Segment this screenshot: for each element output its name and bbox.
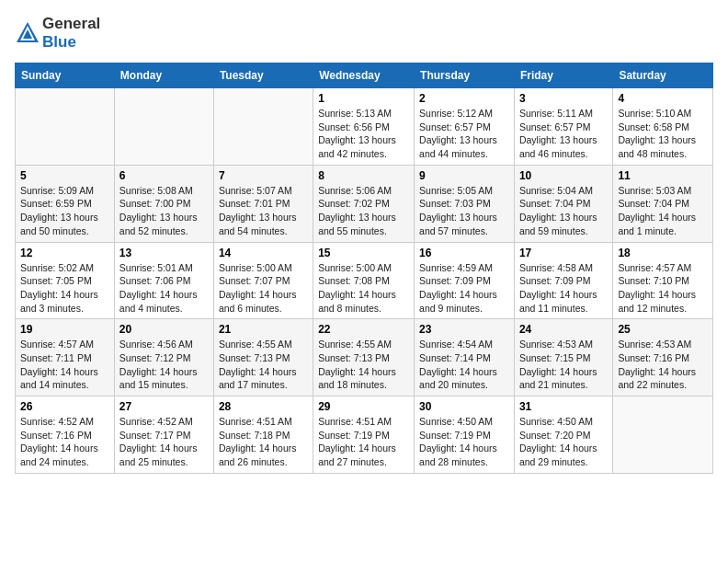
- calendar-cell: 14Sunrise: 5:00 AMSunset: 7:07 PMDayligh…: [213, 242, 313, 319]
- logo-icon: [15, 20, 40, 46]
- calendar-cell: 12Sunrise: 5:02 AMSunset: 7:05 PMDayligh…: [16, 242, 115, 319]
- calendar-cell: 13Sunrise: 5:01 AMSunset: 7:06 PMDayligh…: [114, 242, 213, 319]
- day-info: Sunrise: 4:53 AMSunset: 7:16 PMDaylight:…: [618, 338, 708, 392]
- calendar-week-row: 1Sunrise: 5:13 AMSunset: 6:56 PMDaylight…: [16, 88, 713, 166]
- day-info: Sunrise: 5:02 AMSunset: 7:05 PMDaylight:…: [20, 261, 109, 316]
- day-info: Sunrise: 5:00 AMSunset: 7:07 PMDaylight:…: [219, 261, 308, 316]
- calendar-cell: 24Sunrise: 4:53 AMSunset: 7:15 PMDayligh…: [514, 319, 612, 396]
- calendar-cell: 21Sunrise: 4:55 AMSunset: 7:13 PMDayligh…: [213, 319, 313, 396]
- day-number: 27: [119, 400, 209, 413]
- day-number: 30: [419, 400, 509, 413]
- day-info: Sunrise: 5:03 AMSunset: 7:04 PMDaylight:…: [618, 184, 708, 238]
- day-number: 19: [20, 323, 109, 336]
- day-info: Sunrise: 4:51 AMSunset: 7:19 PMDaylight:…: [318, 415, 409, 469]
- calendar-cell: 3Sunrise: 5:11 AMSunset: 6:57 PMDaylight…: [514, 88, 612, 166]
- day-number: 16: [419, 247, 509, 259]
- calendar-cell: [114, 88, 213, 166]
- day-number: 23: [419, 323, 509, 336]
- day-number: 28: [219, 400, 308, 413]
- calendar-cell: 31Sunrise: 4:50 AMSunset: 7:20 PMDayligh…: [514, 396, 612, 474]
- calendar-cell: 30Sunrise: 4:50 AMSunset: 7:19 PMDayligh…: [415, 396, 515, 474]
- calendar-cell: 11Sunrise: 5:03 AMSunset: 7:04 PMDayligh…: [613, 165, 713, 242]
- column-header-sunday: Sunday: [16, 63, 115, 88]
- day-number: 21: [219, 323, 308, 336]
- calendar-cell: 20Sunrise: 4:56 AMSunset: 7:12 PMDayligh…: [114, 319, 213, 396]
- day-info: Sunrise: 4:59 AMSunset: 7:09 PMDaylight:…: [419, 261, 509, 316]
- day-number: 18: [618, 247, 708, 259]
- calendar-week-row: 19Sunrise: 4:57 AMSunset: 7:11 PMDayligh…: [16, 319, 713, 396]
- day-number: 25: [618, 323, 708, 336]
- calendar-cell: 28Sunrise: 4:51 AMSunset: 7:18 PMDayligh…: [213, 396, 313, 474]
- calendar-week-row: 5Sunrise: 5:09 AMSunset: 6:59 PMDaylight…: [16, 165, 713, 242]
- calendar-header-row: SundayMondayTuesdayWednesdayThursdayFrid…: [16, 63, 713, 88]
- day-info: Sunrise: 4:50 AMSunset: 7:19 PMDaylight:…: [419, 415, 509, 469]
- day-number: 1: [318, 92, 409, 105]
- calendar-cell: 1Sunrise: 5:13 AMSunset: 6:56 PMDaylight…: [313, 88, 415, 166]
- day-info: Sunrise: 5:07 AMSunset: 7:01 PMDaylight:…: [219, 184, 308, 238]
- day-number: 12: [20, 247, 109, 259]
- day-number: 9: [419, 169, 509, 182]
- calendar-cell: 5Sunrise: 5:09 AMSunset: 6:59 PMDaylight…: [16, 165, 115, 242]
- calendar-cell: 15Sunrise: 5:00 AMSunset: 7:08 PMDayligh…: [313, 242, 415, 319]
- day-number: 31: [519, 400, 608, 413]
- day-number: 17: [519, 247, 608, 259]
- day-info: Sunrise: 4:53 AMSunset: 7:15 PMDaylight:…: [519, 338, 608, 392]
- day-info: Sunrise: 4:57 AMSunset: 7:10 PMDaylight:…: [618, 261, 708, 316]
- column-header-friday: Friday: [514, 63, 612, 88]
- day-info: Sunrise: 4:55 AMSunset: 7:13 PMDaylight:…: [219, 338, 308, 392]
- day-number: 5: [20, 169, 109, 182]
- day-info: Sunrise: 4:51 AMSunset: 7:18 PMDaylight:…: [219, 415, 308, 469]
- day-number: 11: [618, 169, 708, 182]
- day-info: Sunrise: 5:06 AMSunset: 7:02 PMDaylight:…: [318, 184, 409, 238]
- day-number: 10: [519, 169, 608, 182]
- day-number: 6: [119, 169, 209, 182]
- day-number: 3: [519, 92, 608, 105]
- day-number: 13: [119, 247, 209, 259]
- calendar-cell: 29Sunrise: 4:51 AMSunset: 7:19 PMDayligh…: [313, 396, 415, 474]
- calendar-cell: 18Sunrise: 4:57 AMSunset: 7:10 PMDayligh…: [613, 242, 713, 319]
- day-info: Sunrise: 4:52 AMSunset: 7:17 PMDaylight:…: [119, 415, 209, 469]
- logo-general-text: General: [42, 15, 100, 32]
- day-number: 2: [419, 92, 509, 105]
- day-info: Sunrise: 4:58 AMSunset: 7:09 PMDaylight:…: [519, 261, 608, 316]
- day-info: Sunrise: 4:52 AMSunset: 7:16 PMDaylight:…: [20, 415, 109, 469]
- day-info: Sunrise: 5:00 AMSunset: 7:08 PMDaylight:…: [318, 261, 409, 316]
- calendar-cell: [16, 88, 115, 166]
- day-number: 24: [519, 323, 608, 336]
- day-number: 7: [219, 169, 308, 182]
- page-header: General Blue: [15, 15, 713, 52]
- calendar-cell: 22Sunrise: 4:55 AMSunset: 7:13 PMDayligh…: [313, 319, 415, 396]
- calendar-cell: 9Sunrise: 5:05 AMSunset: 7:03 PMDaylight…: [415, 165, 515, 242]
- day-info: Sunrise: 4:57 AMSunset: 7:11 PMDaylight:…: [20, 338, 109, 392]
- column-header-wednesday: Wednesday: [313, 63, 415, 88]
- day-info: Sunrise: 4:50 AMSunset: 7:20 PMDaylight:…: [519, 415, 608, 469]
- day-info: Sunrise: 5:11 AMSunset: 6:57 PMDaylight:…: [519, 107, 608, 161]
- day-info: Sunrise: 5:04 AMSunset: 7:04 PMDaylight:…: [519, 184, 608, 238]
- calendar-cell: 4Sunrise: 5:10 AMSunset: 6:58 PMDaylight…: [613, 88, 713, 166]
- calendar-cell: 17Sunrise: 4:58 AMSunset: 7:09 PMDayligh…: [514, 242, 612, 319]
- column-header-thursday: Thursday: [415, 63, 515, 88]
- logo: General Blue: [15, 15, 100, 52]
- calendar-cell: 26Sunrise: 4:52 AMSunset: 7:16 PMDayligh…: [16, 396, 115, 474]
- calendar-cell: 25Sunrise: 4:53 AMSunset: 7:16 PMDayligh…: [613, 319, 713, 396]
- calendar-cell: 6Sunrise: 5:08 AMSunset: 7:00 PMDaylight…: [114, 165, 213, 242]
- day-info: Sunrise: 5:12 AMSunset: 6:57 PMDaylight:…: [419, 107, 509, 161]
- day-info: Sunrise: 5:01 AMSunset: 7:06 PMDaylight:…: [119, 261, 209, 316]
- column-header-monday: Monday: [114, 63, 213, 88]
- day-number: 8: [318, 169, 409, 182]
- day-info: Sunrise: 4:56 AMSunset: 7:12 PMDaylight:…: [119, 338, 209, 392]
- calendar-cell: 8Sunrise: 5:06 AMSunset: 7:02 PMDaylight…: [313, 165, 415, 242]
- day-info: Sunrise: 4:54 AMSunset: 7:14 PMDaylight:…: [419, 338, 509, 392]
- calendar-week-row: 12Sunrise: 5:02 AMSunset: 7:05 PMDayligh…: [16, 242, 713, 319]
- calendar-cell: [613, 396, 713, 474]
- day-info: Sunrise: 5:08 AMSunset: 7:00 PMDaylight:…: [119, 184, 209, 238]
- logo-blue-text: Blue: [42, 33, 76, 51]
- day-number: 26: [20, 400, 109, 413]
- day-number: 4: [618, 92, 708, 105]
- day-number: 20: [119, 323, 209, 336]
- calendar-cell: 19Sunrise: 4:57 AMSunset: 7:11 PMDayligh…: [16, 319, 115, 396]
- calendar-cell: [213, 88, 313, 166]
- day-info: Sunrise: 5:13 AMSunset: 6:56 PMDaylight:…: [318, 107, 409, 161]
- day-number: 14: [219, 247, 308, 259]
- calendar-cell: 27Sunrise: 4:52 AMSunset: 7:17 PMDayligh…: [114, 396, 213, 474]
